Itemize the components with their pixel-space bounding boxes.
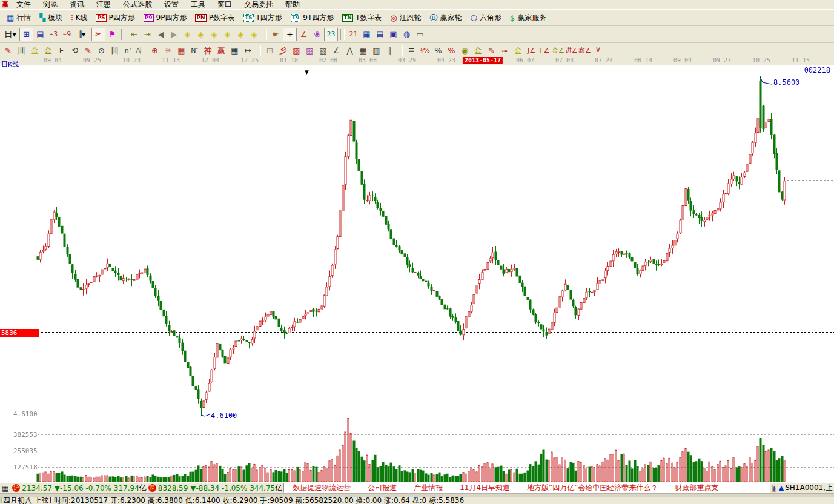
- draw-tool-icon[interactable]: 彡: [277, 44, 290, 56]
- nav-toolbar-icon[interactable]: 日▾: [2, 28, 19, 41]
- draw-tool-icon[interactable]: F: [55, 44, 68, 56]
- toolbar-main-button[interactable]: TS T四方形: [239, 13, 286, 23]
- draw-tool-icon[interactable]: ▨: [303, 44, 316, 56]
- draw-tool-icon[interactable]: ▦: [357, 44, 369, 56]
- draw-tool-icon[interactable]: [399, 45, 403, 56]
- draw-tool-icon[interactable]: ✎: [485, 44, 498, 56]
- draw-tool-icon[interactable]: 金∠: [552, 44, 564, 56]
- nav-toolbar-icon[interactable]: ◈: [208, 28, 220, 41]
- draw-tool-icon[interactable]: ⟲: [68, 44, 81, 56]
- news-ticker-link[interactable]: 数据提速物流运营: [293, 483, 351, 493]
- draw-tool-icon[interactable]: 金: [42, 44, 55, 56]
- draw-tool-icon[interactable]: %: [445, 44, 458, 56]
- draw-tool-icon[interactable]: ▥: [370, 44, 383, 56]
- toolbar-main-button[interactable]: PN P数字表: [191, 13, 239, 23]
- toolbar-main-button[interactable]: ⫶ K线: [67, 13, 91, 23]
- nav-toolbar-icon[interactable]: ▤: [34, 28, 47, 41]
- nav-toolbar-icon[interactable]: ⫿▾: [74, 28, 91, 41]
- draw-tool-icon[interactable]: ▨: [290, 44, 303, 56]
- nav-toolbar-icon[interactable]: ◈: [234, 28, 247, 41]
- draw-tool-icon[interactable]: %: [432, 44, 445, 56]
- draw-tool-icon[interactable]: A⎸: [135, 44, 148, 56]
- draw-tool-icon[interactable]: ✎: [2, 44, 15, 56]
- chart-panel[interactable]: 4.6100 382553255035127518 002218 8.5600 …: [0, 65, 834, 482]
- nav-toolbar-icon[interactable]: ⚑: [106, 28, 119, 41]
- menu-item[interactable]: 设置: [158, 0, 185, 9]
- draw-tool-icon[interactable]: ▦: [175, 44, 188, 56]
- draw-tool-icon[interactable]: F∠: [538, 44, 551, 56]
- nav-toolbar-icon[interactable]: ▤: [374, 28, 386, 41]
- draw-tool-icon[interactable]: ≈: [498, 44, 511, 56]
- nav-toolbar-icon[interactable]: ✂: [91, 28, 105, 41]
- draw-tool-icon[interactable]: n²: [122, 44, 134, 56]
- draw-tool-icon[interactable]: ▧: [317, 44, 329, 56]
- nav-toolbar-icon[interactable]: ⇤: [128, 28, 141, 41]
- draw-tool-icon[interactable]: ▦: [228, 44, 241, 56]
- draw-tool-icon[interactable]: 卌: [15, 44, 28, 56]
- kline-chart-canvas[interactable]: [0, 65, 834, 482]
- toolbar-main-button[interactable]: Ⓑ 赢家轮: [426, 13, 466, 23]
- draw-tool-icon[interactable]: ✳: [162, 44, 174, 56]
- toolbar-main-button[interactable]: ◎ 江恩轮: [386, 13, 425, 23]
- nav-toolbar-icon[interactable]: ⌁3: [47, 28, 60, 41]
- draw-tool-icon[interactable]: 赢: [215, 44, 228, 56]
- nav-toolbar-icon[interactable]: ⌁9: [61, 28, 73, 41]
- nav-toolbar-icon[interactable]: [263, 29, 267, 40]
- draw-tool-icon[interactable]: ≣: [405, 44, 418, 56]
- draw-tool-icon[interactable]: 金: [28, 44, 41, 56]
- nav-toolbar-icon[interactable]: ⊞: [19, 28, 33, 41]
- nav-toolbar-icon[interactable]: ⇥: [141, 28, 154, 41]
- nav-toolbar-icon[interactable]: ❀: [311, 28, 323, 41]
- menu-item[interactable]: 交易委托: [238, 0, 279, 9]
- news-ticker-link[interactable]: 财政部重点支: [675, 483, 719, 493]
- draw-tool-icon[interactable]: 金: [472, 44, 485, 56]
- nav-toolbar-icon[interactable]: [121, 29, 125, 40]
- draw-tool-icon[interactable]: 卌: [108, 44, 121, 56]
- nav-toolbar-icon[interactable]: ▶: [168, 28, 180, 41]
- toolbar-main-button[interactable]: ⬡ 六角形: [466, 13, 506, 23]
- draw-tool-icon[interactable]: ◉: [458, 44, 471, 56]
- toolbar-main-button[interactable]: TN T数字表: [338, 13, 386, 23]
- menu-item[interactable]: 公式选股: [117, 0, 158, 9]
- draw-tool-icon[interactable]: [257, 45, 261, 56]
- menu-item[interactable]: 帮助: [279, 0, 306, 9]
- news-ticker-link[interactable]: 11月4日早知道: [460, 483, 510, 493]
- grid-icon[interactable]: ▦: [2, 484, 8, 492]
- nav-toolbar-icon[interactable]: ◈: [181, 28, 194, 41]
- draw-tool-icon[interactable]: ↦: [242, 44, 254, 56]
- toolbar-main-button[interactable]: $ 赢家服务: [506, 13, 551, 23]
- nav-toolbar-icon[interactable]: 23: [324, 28, 338, 41]
- draw-tool-icon[interactable]: ✎: [82, 44, 94, 56]
- draw-tool-icon[interactable]: ⊙: [95, 44, 108, 56]
- news-ticker-link[interactable]: 产业情报: [414, 483, 443, 493]
- nav-toolbar-icon[interactable]: 21: [347, 28, 360, 41]
- draw-tool-icon[interactable]: ⅟%: [419, 44, 431, 56]
- nav-toolbar-icon[interactable]: +: [283, 28, 297, 41]
- news-ticker-link[interactable]: 公司报道: [368, 483, 397, 493]
- nav-toolbar-icon[interactable]: ◀: [154, 28, 167, 41]
- menu-item[interactable]: 浏览: [37, 0, 64, 9]
- draw-tool-icon[interactable]: ⋀: [343, 44, 356, 56]
- draw-tool-icon[interactable]: ⊻: [592, 44, 604, 56]
- draw-tool-icon[interactable]: N″: [188, 44, 201, 56]
- draw-tool-icon[interactable]: ∥: [383, 44, 396, 56]
- draw-tool-icon[interactable]: 神: [202, 44, 214, 56]
- nav-toolbar-icon[interactable]: ▦: [360, 28, 373, 41]
- draw-tool-icon[interactable]: 金: [512, 44, 525, 56]
- nav-toolbar-icon[interactable]: ▭: [414, 28, 426, 41]
- nav-toolbar-icon[interactable]: ∠: [297, 28, 310, 41]
- nav-toolbar-icon[interactable]: ◈: [221, 28, 234, 41]
- nav-toolbar-icon[interactable]: [340, 29, 345, 40]
- toolbar-main-button[interactable]: ▚ 板块: [35, 13, 67, 23]
- nav-toolbar-icon[interactable]: ◈: [248, 28, 260, 41]
- ticker-spinner[interactable]: ▲▼: [772, 485, 776, 492]
- date-axis[interactable]: 09-0409-2510-2311-1312-0412-2501-1802-08…: [0, 56, 834, 65]
- draw-tool-icon[interactable]: ⊕: [148, 44, 161, 56]
- nav-toolbar-icon[interactable]: ▣: [387, 28, 400, 41]
- menu-item[interactable]: 江恩: [90, 0, 117, 9]
- nav-toolbar-icon[interactable]: ◍: [400, 28, 413, 41]
- menu-item[interactable]: 资讯: [64, 0, 90, 9]
- draw-tool-icon[interactable]: J∠: [525, 44, 538, 56]
- toolbar-main-button[interactable]: ▦ 行情: [2, 13, 35, 23]
- draw-tool-icon[interactable]: 鑫∠: [578, 44, 591, 56]
